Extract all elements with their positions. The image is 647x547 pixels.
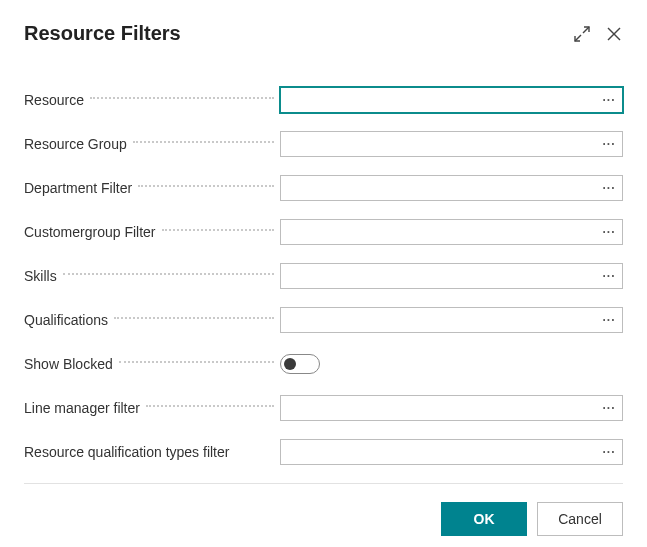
label-text: Customergroup Filter <box>24 224 160 240</box>
rq-types-filter-input[interactable] <box>281 440 596 464</box>
label-qualifications: Qualifications <box>24 312 280 328</box>
rq-types-filter-input-wrapper: ··· <box>280 439 623 465</box>
header-controls <box>573 25 623 43</box>
row-show-blocked: Show Blocked <box>24 351 623 377</box>
dialog-footer: OK Cancel <box>24 483 623 536</box>
row-skills: Skills ··· <box>24 263 623 289</box>
dotted-leader <box>63 273 274 275</box>
dotted-leader <box>146 405 274 407</box>
label-text: Resource qualification types filter <box>24 444 233 460</box>
resource-lookup-icon[interactable]: ··· <box>596 88 622 112</box>
department-filter-lookup-icon[interactable]: ··· <box>596 176 622 200</box>
close-icon[interactable] <box>605 25 623 43</box>
dotted-leader <box>162 229 275 231</box>
label-text: Qualifications <box>24 312 112 328</box>
skills-input[interactable] <box>281 264 596 288</box>
row-line-manager-filter: Line manager filter ··· <box>24 395 623 421</box>
qualifications-input-wrapper: ··· <box>280 307 623 333</box>
label-resource: Resource <box>24 92 280 108</box>
department-filter-input-wrapper: ··· <box>280 175 623 201</box>
row-customergroup-filter: Customergroup Filter ··· <box>24 219 623 245</box>
resource-group-lookup-icon[interactable]: ··· <box>596 132 622 156</box>
dotted-leader <box>133 141 274 143</box>
qualifications-lookup-icon[interactable]: ··· <box>596 308 622 332</box>
department-filter-input[interactable] <box>281 176 596 200</box>
label-show-blocked: Show Blocked <box>24 356 280 372</box>
label-skills: Skills <box>24 268 280 284</box>
line-manager-filter-lookup-icon[interactable]: ··· <box>596 396 622 420</box>
label-department-filter: Department Filter <box>24 180 280 196</box>
skills-input-wrapper: ··· <box>280 263 623 289</box>
row-department-filter: Department Filter ··· <box>24 175 623 201</box>
label-text: Skills <box>24 268 61 284</box>
line-manager-filter-input[interactable] <box>281 396 596 420</box>
label-resource-group: Resource Group <box>24 136 280 152</box>
expand-icon[interactable] <box>573 25 591 43</box>
resource-input-wrapper: ··· <box>280 87 623 113</box>
dialog-header: Resource Filters <box>24 22 623 45</box>
dotted-leader <box>138 185 274 187</box>
dialog-title: Resource Filters <box>24 22 181 45</box>
dotted-leader <box>90 97 274 99</box>
label-text: Line manager filter <box>24 400 144 416</box>
label-customergroup-filter: Customergroup Filter <box>24 224 280 240</box>
dotted-leader <box>114 317 274 319</box>
cancel-button[interactable]: Cancel <box>537 502 623 536</box>
rq-types-filter-lookup-icon[interactable]: ··· <box>596 440 622 464</box>
customergroup-filter-input-wrapper: ··· <box>280 219 623 245</box>
line-manager-filter-input-wrapper: ··· <box>280 395 623 421</box>
customergroup-filter-lookup-icon[interactable]: ··· <box>596 220 622 244</box>
row-resource-group: Resource Group ··· <box>24 131 623 157</box>
label-text: Resource <box>24 92 88 108</box>
label-text: Show Blocked <box>24 356 117 372</box>
show-blocked-toggle[interactable] <box>280 354 320 374</box>
ok-button[interactable]: OK <box>441 502 527 536</box>
label-line-manager-filter: Line manager filter <box>24 400 280 416</box>
row-qualifications: Qualifications ··· <box>24 307 623 333</box>
resource-group-input-wrapper: ··· <box>280 131 623 157</box>
customergroup-filter-input[interactable] <box>281 220 596 244</box>
row-rq-types-filter: Resource qualification types filter ··· <box>24 439 623 465</box>
resource-filters-dialog: Resource Filters Resource <box>0 0 647 547</box>
label-rq-types-filter: Resource qualification types filter <box>24 444 280 460</box>
dotted-leader <box>119 361 274 363</box>
skills-lookup-icon[interactable]: ··· <box>596 264 622 288</box>
row-resource: Resource ··· <box>24 87 623 113</box>
qualifications-input[interactable] <box>281 308 596 332</box>
toggle-knob <box>284 358 296 370</box>
resource-input[interactable] <box>281 88 596 112</box>
resource-group-input[interactable] <box>281 132 596 156</box>
label-text: Resource Group <box>24 136 131 152</box>
label-text: Department Filter <box>24 180 136 196</box>
